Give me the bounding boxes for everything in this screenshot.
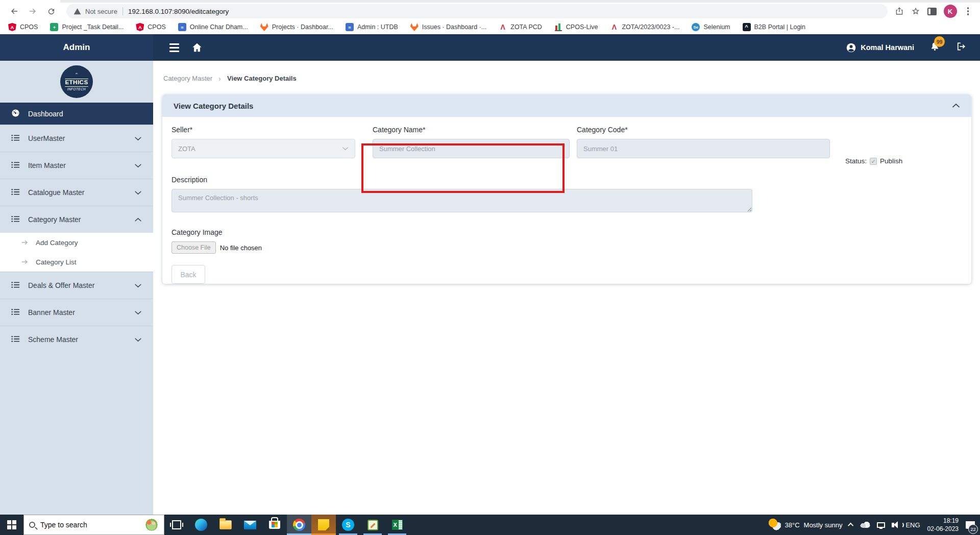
weather-widget[interactable]: 38°C Mostly sunny (769, 519, 843, 531)
clock[interactable]: 18:19 02-06-2023 (927, 517, 959, 533)
browser-menu-icon[interactable] (964, 7, 972, 15)
bookmark-b2b-portal[interactable]: ^ B2B Portal | Login (743, 23, 806, 31)
user-name: Komal Harwani (861, 43, 914, 52)
system-tray: 38°C Mostly sunny ENG 18:19 02-06-2023 2… (769, 515, 980, 535)
sidebar-item-item-master[interactable]: Item Master (0, 152, 153, 179)
taskbar-app[interactable]: X (385, 515, 409, 535)
chevron-icon (134, 134, 142, 142)
chevron-icon (134, 161, 142, 169)
network-icon[interactable] (877, 522, 885, 528)
bookmark-cpos[interactable]: A CPOS (8, 23, 38, 31)
bookmark-admin-utdb[interactable]: ≈ Admin : UTDB (346, 23, 398, 31)
list-icon (11, 188, 20, 197)
mail-icon (244, 521, 256, 529)
taskbar-app[interactable]: S (336, 515, 360, 535)
bookmark-online-char-dham[interactable]: ≈ Online Char Dham... (178, 23, 248, 31)
bookmark-selenium[interactable]: Se Selenium (692, 23, 730, 31)
bookmark-star-icon[interactable] (911, 7, 920, 16)
back-button[interactable]: Back (172, 265, 205, 284)
choose-file-button[interactable]: Choose File (172, 241, 216, 254)
onedrive-icon[interactable] (860, 522, 870, 528)
forward-icon[interactable] (26, 4, 40, 18)
screen: Not secure 192.168.0.107:8090/editcatego… (0, 0, 980, 535)
sidebar-item-scheme-master[interactable]: Scheme Master (0, 326, 153, 353)
publish-checkbox[interactable]: ✓ (870, 158, 877, 165)
security-label: Not secure (85, 8, 117, 15)
task-view-icon (172, 520, 181, 529)
seller-label: Seller* (172, 126, 355, 134)
sidebar-subitem-category-list[interactable]: Category List (0, 252, 153, 272)
bookmark-cpos-live[interactable]: CPOS-Live (554, 23, 598, 31)
logout-button[interactable] (955, 41, 967, 54)
category-name-input[interactable] (373, 139, 570, 158)
notifications-button[interactable]: 99 (929, 41, 940, 54)
reload-icon[interactable] (44, 4, 58, 18)
bookmark-favicon (410, 23, 419, 31)
back-icon[interactable] (7, 4, 21, 18)
bookmark-favicon (260, 23, 268, 31)
show-hidden-icons-chevron[interactable] (848, 523, 853, 528)
notepad-plus-icon (368, 520, 378, 530)
list-icon (11, 215, 20, 224)
bookmark-project-task[interactable]: + Project _Task Detail... (50, 23, 124, 31)
weather-icon (769, 519, 781, 531)
breadcrumb-parent[interactable]: Category Master (163, 75, 212, 82)
url-text[interactable]: 192.168.0.107:8090/editcategory (128, 8, 229, 15)
search-placeholder: Type to search (40, 521, 87, 529)
taskbar-search[interactable]: Type to search (23, 515, 164, 535)
taskbar: Type to search (0, 515, 980, 535)
temperature: 38°C (785, 521, 800, 529)
list-icon (11, 335, 20, 344)
date: 02-06-2023 (927, 525, 959, 533)
sidebar-item-dashboard[interactable]: Dashboard (0, 103, 153, 125)
bookmark-projects-dashboard[interactable]: Projects · Dashboar... (260, 23, 333, 31)
taskbar-app[interactable] (189, 515, 213, 535)
sidebar-item-category-master[interactable]: Category Master (0, 206, 153, 233)
browser-profile-avatar[interactable]: K (944, 5, 957, 18)
sidebar: ⌃ ETHICS INFOTECH (0, 61, 153, 515)
start-button[interactable] (0, 515, 23, 535)
address-bar[interactable]: Not secure 192.168.0.107:8090/editcatego… (66, 4, 888, 18)
sidebar-item-banner-master[interactable]: Banner Master (0, 299, 153, 326)
taskbar-app[interactable] (164, 515, 189, 535)
sidebar-item-catalogue-master[interactable]: Catalogue Master (0, 179, 153, 206)
language-indicator[interactable]: ENG (905, 521, 920, 529)
file-chosen-status: No file chosen (220, 244, 262, 252)
taskbar-app[interactable] (262, 515, 287, 535)
bookmark-zota-2023[interactable]: Λ ZOTA/2023/0023 -... (610, 23, 679, 31)
notification-count-badge: 99 (934, 36, 945, 47)
taskbar-app[interactable] (311, 515, 336, 535)
status-label: Status: (845, 157, 867, 165)
sidebar-item-usermaster[interactable]: UserMaster (0, 125, 153, 152)
chevron-icon (134, 281, 142, 289)
hamburger-menu-icon[interactable] (167, 41, 181, 54)
card-body: Seller* ZOTA Category Name* Category Cod… (162, 117, 971, 284)
list-icon (11, 161, 20, 170)
sidebar-item-deals-offer-master[interactable]: Deals & Offer Master (0, 272, 153, 299)
chevron-icon (134, 335, 142, 344)
description-textarea[interactable]: Summer Collection - shorts (172, 189, 752, 212)
bookmark-zota-pcd[interactable]: Λ ZOTA PCD (499, 23, 542, 31)
user-menu[interactable]: Komal Harwani (846, 42, 914, 53)
taskbar-app[interactable] (287, 515, 311, 535)
seller-select[interactable]: ZOTA (172, 139, 355, 158)
share-icon[interactable] (895, 7, 904, 16)
bookmark-favicon: Λ (499, 23, 507, 31)
taskbar-app[interactable] (213, 515, 238, 535)
sidebar-subitem-add-category[interactable]: Add Category (0, 233, 153, 252)
category-code-input[interactable] (577, 139, 830, 158)
side-panel-icon[interactable] (927, 8, 937, 15)
volume-icon[interactable] (892, 523, 894, 527)
bookmark-issues-dashboard[interactable]: Issues · Dashboard ·... (410, 23, 486, 31)
bookmark-favicon (554, 23, 562, 31)
chevron-icon (134, 188, 142, 197)
collapse-chevron-icon[interactable] (952, 101, 960, 110)
taskbar-apps: S X (164, 515, 409, 535)
bookmark-cpos-2[interactable]: A CPOS (136, 23, 165, 31)
search-highlight-image[interactable] (144, 518, 159, 531)
taskbar-app[interactable] (238, 515, 262, 535)
edge-icon (195, 519, 207, 531)
taskbar-app[interactable] (360, 515, 385, 535)
home-icon[interactable] (191, 42, 203, 53)
browser-toolbar: Not secure 192.168.0.107:8090/editcatego… (0, 3, 980, 20)
